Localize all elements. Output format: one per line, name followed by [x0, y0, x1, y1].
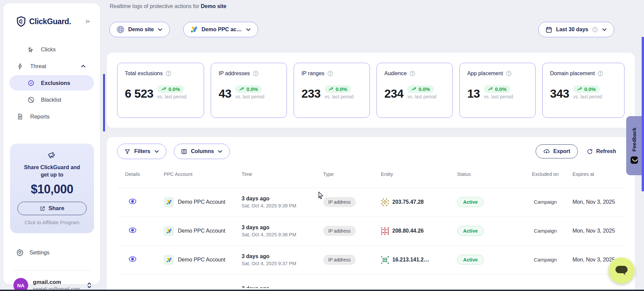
sidebar-item-label: Exclusions — [41, 80, 70, 86]
date-range-selector[interactable]: Last 30 days — [538, 22, 614, 37]
expires-at-value: Mon, Nov 3, 2025 — [573, 228, 615, 234]
stat-delta-badge: 0.0% — [573, 85, 600, 93]
chevron-up-icon[interactable] — [81, 63, 86, 69]
table-header: Details PPC Account Time Type Entity Sta… — [117, 171, 624, 188]
stat-card-audience: Audience2340.0%vs. last period — [377, 63, 453, 118]
time-relative: 3 days ago — [242, 286, 269, 288]
stat-delta-badge: 0.0% — [235, 85, 262, 93]
stat-card-total-exclusions: Total exclusions6 5230.0%vs. last period — [117, 63, 204, 118]
calendar-icon — [545, 26, 552, 33]
columns-icon — [181, 148, 187, 155]
chevron-down-icon — [602, 27, 607, 32]
stat-title: Audience — [384, 70, 407, 77]
status-badge: Active — [457, 226, 484, 236]
google-ads-icon — [190, 26, 198, 33]
stat-card-domain-placement: Domain placement3430.0%vs. last period — [542, 63, 625, 118]
chevron-down-icon — [154, 149, 159, 154]
chat-widget-button[interactable] — [608, 257, 635, 284]
stat-title: IP addresses — [218, 70, 250, 77]
funnel-icon — [124, 148, 131, 155]
feedback-label: Feedback — [631, 128, 637, 152]
excluded-on-value: Campaign — [534, 257, 557, 262]
time-absolute: Sat, Oct 4, 2025 9:38 PM — [242, 232, 319, 237]
site-selector[interactable]: Demo site — [109, 22, 170, 37]
stat-value: 234 — [384, 88, 403, 99]
stat-card-ip-ranges: IP ranges2330.0%vs. last period — [294, 63, 370, 118]
exclusions-table-panel: Filters Columns — [107, 137, 635, 291]
stat-delta-badge: 0.0% — [407, 85, 434, 93]
stat-value: 343 — [550, 88, 569, 99]
share-button[interactable]: Share — [17, 202, 87, 215]
nav-scrollbar[interactable] — [103, 74, 105, 132]
chevron-up-down-icon[interactable] — [87, 282, 92, 289]
stat-caption: vs. last period — [573, 94, 602, 99]
clickguard-logo-icon — [16, 16, 26, 27]
sidebar-item-settings[interactable]: Settings — [16, 249, 100, 256]
divider — [13, 270, 91, 271]
chat-bubble-icon — [614, 264, 629, 277]
trend-up-icon — [488, 87, 493, 91]
stat-card-app-placement: App placement130.0%vs. last period — [459, 63, 536, 118]
stat-delta-badge: 0.0% — [325, 85, 351, 93]
export-button[interactable]: Export — [536, 144, 578, 158]
col-time: Time — [235, 171, 319, 178]
sidebar-item-reports[interactable]: Reports — [9, 109, 94, 124]
table-row: Demo PPC Account3 days agoSat, Oct 4, 20… — [117, 217, 624, 246]
ppc-account-selector[interactable]: Demo PPC ac… — [183, 22, 258, 37]
time-relative: 3 days ago — [242, 253, 319, 259]
col-status: Status — [453, 171, 524, 178]
col-expires-at: Expires at — [567, 171, 628, 178]
feedback-tab[interactable]: Feedback — [626, 116, 642, 175]
sidebar: ClickGuard. Clicks Threat — [3, 3, 100, 284]
help-icon — [253, 70, 259, 77]
view-details-eye-icon[interactable] — [129, 198, 137, 204]
chevron-down-icon — [217, 149, 223, 154]
sidebar-item-threat[interactable]: Threat — [9, 58, 94, 74]
expires-at-value: Mon, Nov 3, 2025 — [573, 257, 615, 262]
columns-button[interactable]: Columns — [174, 144, 230, 159]
google-ads-icon — [164, 226, 174, 236]
affiliate-promo-card[interactable]: Share ClickGuard and get up to $10,000 S… — [10, 144, 94, 233]
type-badge: IP address — [323, 226, 356, 236]
stat-value: 13 — [467, 88, 480, 99]
status-badge: Active — [457, 197, 484, 207]
table-row-partial: 3 days ago — [117, 275, 624, 288]
time-relative: 3 days ago — [242, 225, 319, 231]
sidebar-item-label: Clicks — [41, 46, 56, 53]
help-icon — [506, 70, 512, 77]
chevron-down-icon — [246, 27, 251, 32]
ppc-account-name: Demo PPC Account — [178, 199, 225, 205]
page-subtitle: Realtime logs of protective actions for … — [110, 3, 227, 9]
cloud-download-icon — [543, 148, 550, 155]
stat-delta-badge: 0.0% — [157, 85, 184, 93]
chevron-down-icon — [157, 27, 163, 32]
help-icon — [165, 70, 171, 77]
col-entity: Entity — [376, 171, 453, 178]
filters-button[interactable]: Filters — [117, 144, 166, 159]
type-badge: IP address — [323, 197, 356, 207]
user-account[interactable]: NA gmail.com naatali.ro@gmail.com — [13, 278, 92, 291]
col-excluded-on: Excluded on — [532, 171, 559, 178]
stat-title: IP ranges — [301, 70, 324, 77]
col-details: Details — [125, 171, 140, 178]
stat-delta-badge: 0.0% — [484, 85, 510, 93]
refresh-button[interactable]: Refresh — [587, 148, 616, 155]
view-details-eye-icon[interactable] — [129, 256, 137, 262]
page-scrollbar[interactable] — [642, 37, 644, 191]
excluded-on-value: Campaign — [534, 199, 557, 205]
sidebar-item-label: Blacklist — [41, 97, 61, 103]
sidebar-item-clicks[interactable]: Clicks — [9, 42, 94, 57]
external-link-icon — [40, 206, 45, 211]
sidebar-item-blacklist[interactable]: Blacklist — [9, 92, 94, 107]
help-icon — [597, 70, 603, 77]
stat-caption: vs. last period — [407, 94, 436, 99]
entity-identicon — [381, 227, 389, 235]
user-name: gmail.com — [33, 279, 87, 286]
sidebar-collapse-icon[interactable] — [85, 18, 92, 25]
entity-value: 203.75.47.28 — [392, 199, 424, 205]
sidebar-item-exclusions[interactable]: Exclusions — [9, 75, 94, 91]
trend-up-icon — [411, 87, 416, 91]
view-details-eye-icon[interactable] — [129, 227, 137, 233]
entity-identicon — [381, 198, 389, 206]
gear-icon — [16, 249, 23, 256]
